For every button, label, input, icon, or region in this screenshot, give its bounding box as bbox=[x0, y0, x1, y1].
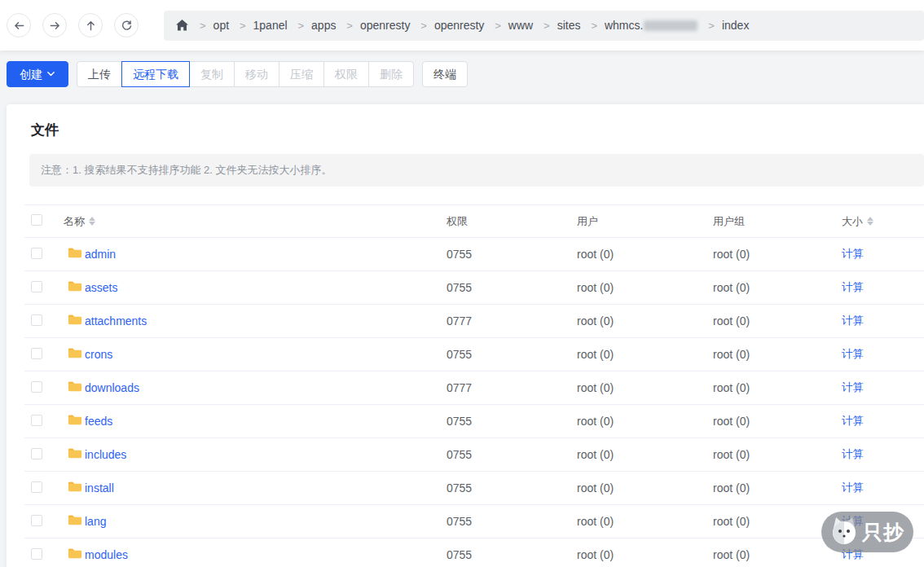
breadcrumb-item[interactable]: sites bbox=[557, 19, 581, 32]
home-icon[interactable] bbox=[175, 19, 189, 32]
group-cell: root (0) bbox=[713, 314, 842, 327]
breadcrumb-item[interactable]: whmcs. bbox=[605, 19, 697, 32]
group-cell: root (0) bbox=[713, 281, 842, 294]
redacted-text bbox=[644, 20, 697, 31]
arrow-right-icon bbox=[49, 20, 61, 32]
table-row: lang 0755 root (0) root (0) 计算 bbox=[24, 505, 924, 538]
file-table: 名称 权限 用户 用户组 大小 admin 0755 root (0) bbox=[24, 204, 924, 567]
row-checkbox[interactable] bbox=[31, 448, 42, 459]
calc-size-link[interactable]: 计算 bbox=[842, 481, 864, 494]
terminal-button[interactable]: 终端 bbox=[422, 61, 468, 87]
breadcrumb-item[interactable]: www bbox=[508, 19, 533, 32]
calc-size-link[interactable]: 计算 bbox=[842, 448, 864, 460]
row-checkbox[interactable] bbox=[31, 248, 42, 259]
sort-icon[interactable] bbox=[867, 217, 873, 226]
row-checkbox[interactable] bbox=[31, 348, 42, 359]
user-cell: root (0) bbox=[577, 448, 713, 461]
group-cell: root (0) bbox=[713, 481, 842, 494]
row-checkbox[interactable] bbox=[31, 415, 42, 426]
breadcrumb-separator: > bbox=[543, 20, 550, 32]
folder-name-link[interactable]: lang bbox=[85, 515, 106, 528]
folder-name-link[interactable]: includes bbox=[85, 448, 126, 461]
row-checkbox[interactable] bbox=[31, 314, 42, 326]
table-header-row: 名称 权限 用户 用户组 大小 bbox=[24, 204, 924, 238]
folder-name-link[interactable]: feeds bbox=[85, 415, 112, 428]
user-cell: root (0) bbox=[577, 515, 713, 528]
perm-cell: 0755 bbox=[447, 248, 577, 261]
group-cell: root (0) bbox=[713, 515, 842, 528]
breadcrumb-item[interactable]: opt bbox=[213, 19, 229, 32]
toolbar-button-group: 上传 远程下载 复制 移动 压缩 权限 删除 bbox=[77, 61, 414, 87]
folder-icon bbox=[64, 447, 82, 462]
table-row: attachments 0777 root (0) root (0) 计算 bbox=[24, 305, 924, 338]
forward-button[interactable] bbox=[42, 13, 67, 37]
user-cell: root (0) bbox=[577, 281, 713, 294]
folder-name-link[interactable]: downloads bbox=[85, 381, 139, 394]
group-cell: root (0) bbox=[713, 348, 842, 361]
breadcrumb-separator: > bbox=[240, 20, 246, 32]
refresh-button[interactable] bbox=[114, 13, 139, 37]
calc-size-link[interactable]: 计算 bbox=[842, 248, 864, 260]
column-header-group: 用户组 bbox=[713, 214, 842, 229]
calc-size-link[interactable]: 计算 bbox=[842, 314, 864, 327]
user-cell: root (0) bbox=[577, 548, 713, 561]
perm-cell: 0755 bbox=[447, 415, 577, 428]
table-row: install 0755 root (0) root (0) 计算 bbox=[24, 472, 924, 505]
row-checkbox[interactable] bbox=[31, 381, 42, 393]
column-header-size[interactable]: 大小 bbox=[842, 214, 924, 229]
folder-icon bbox=[64, 280, 82, 295]
perm-cell: 0777 bbox=[447, 314, 577, 327]
group-cell: root (0) bbox=[713, 448, 842, 461]
folder-name-link[interactable]: install bbox=[85, 481, 114, 494]
breadcrumb-separator: > bbox=[420, 20, 427, 32]
create-button[interactable]: 创建 bbox=[7, 61, 68, 87]
row-checkbox[interactable] bbox=[31, 281, 42, 292]
row-checkbox[interactable] bbox=[31, 548, 42, 560]
move-button: 移动 bbox=[234, 61, 279, 87]
folder-icon bbox=[64, 514, 82, 529]
folder-name-link[interactable]: attachments bbox=[85, 314, 147, 327]
calc-size-link[interactable]: 计算 bbox=[842, 348, 864, 360]
row-checkbox[interactable] bbox=[31, 481, 42, 493]
folder-icon bbox=[64, 347, 82, 362]
folder-name-link[interactable]: assets bbox=[85, 281, 117, 294]
permission-button: 权限 bbox=[323, 61, 369, 87]
sort-icon[interactable] bbox=[89, 217, 95, 226]
folder-name-link[interactable]: modules bbox=[85, 548, 128, 561]
column-header-user: 用户 bbox=[577, 214, 713, 229]
up-button[interactable] bbox=[78, 13, 103, 37]
breadcrumb-item[interactable]: index bbox=[722, 19, 749, 32]
breadcrumb-separator: > bbox=[591, 20, 597, 32]
calc-size-link[interactable]: 计算 bbox=[842, 515, 864, 527]
back-button[interactable] bbox=[7, 13, 31, 37]
calc-size-link[interactable]: 计算 bbox=[842, 381, 864, 393]
files-panel: 文件 注意：1. 搜索结果不支持排序功能 2. 文件夹无法按大小排序。 名称 权… bbox=[7, 104, 924, 567]
column-header-name[interactable]: 名称 bbox=[64, 214, 447, 229]
folder-name-link[interactable]: crons bbox=[85, 348, 112, 361]
column-header-perm: 权限 bbox=[447, 214, 577, 229]
user-cell: root (0) bbox=[577, 481, 713, 494]
breadcrumb-item[interactable]: openresty bbox=[360, 19, 410, 32]
user-cell: root (0) bbox=[577, 248, 713, 261]
breadcrumb-item[interactable]: apps bbox=[311, 19, 336, 32]
remote-download-button[interactable]: 远程下载 bbox=[121, 61, 190, 87]
breadcrumb-item[interactable]: 1panel bbox=[253, 19, 288, 32]
calc-size-link[interactable]: 计算 bbox=[842, 548, 864, 560]
calc-size-link[interactable]: 计算 bbox=[842, 281, 864, 293]
group-cell: root (0) bbox=[713, 381, 842, 394]
folder-icon bbox=[64, 414, 82, 429]
breadcrumb-separator: > bbox=[495, 20, 501, 32]
breadcrumb-separator: > bbox=[708, 20, 715, 32]
user-cell: root (0) bbox=[577, 381, 713, 394]
upload-button[interactable]: 上传 bbox=[77, 61, 122, 87]
perm-cell: 0777 bbox=[447, 381, 577, 394]
folder-icon bbox=[64, 314, 82, 328]
select-all-checkbox[interactable] bbox=[31, 214, 42, 226]
calc-size-link[interactable]: 计算 bbox=[842, 415, 864, 427]
breadcrumb-separator: > bbox=[200, 20, 206, 32]
row-checkbox[interactable] bbox=[31, 515, 42, 526]
table-row: includes 0755 root (0) root (0) 计算 bbox=[24, 438, 924, 472]
breadcrumb-item[interactable]: openresty bbox=[434, 19, 484, 32]
folder-name-link[interactable]: admin bbox=[85, 248, 116, 261]
folder-icon bbox=[64, 547, 82, 562]
